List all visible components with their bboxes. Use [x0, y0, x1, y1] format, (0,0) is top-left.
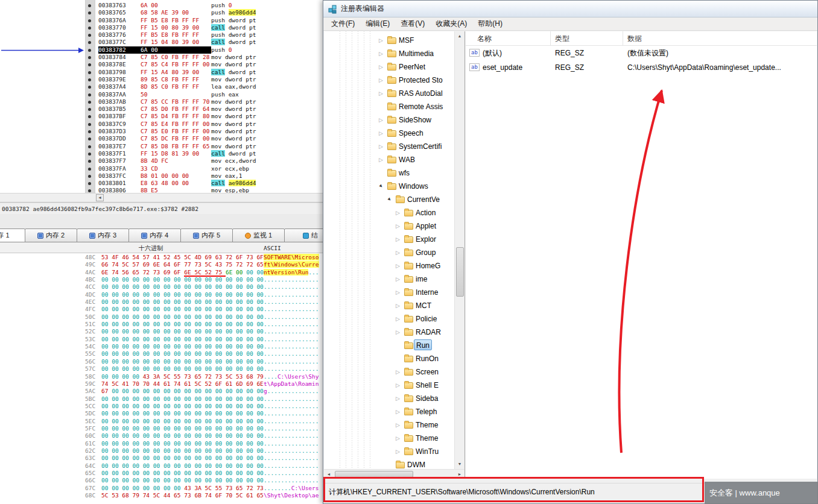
breakpoint-dot[interactable]: [88, 145, 91, 148]
expand-triangle-icon[interactable]: ▷: [379, 142, 383, 151]
scroll-left-button[interactable]: ◄: [96, 194, 104, 201]
disasm-hscrollbar[interactable]: ◄: [0, 193, 323, 202]
disasm-row[interactable]: 00383770FF 15 00 80 39 00call dword pt: [0, 24, 323, 31]
tree-horizontal-scrollbar[interactable]: ◄ ►: [324, 469, 464, 479]
expand-triangle-icon[interactable]: ▷: [379, 115, 383, 125]
dump-row[interactable]: 4FC00 00 00 00 00 00 00 00 00 00 00 00 0…: [0, 306, 323, 313]
tree-item-applet[interactable]: ▷Applet: [324, 219, 455, 233]
dump-row[interactable]: 64C00 00 00 00 00 00 00 00 00 00 00 00 0…: [0, 462, 323, 470]
breakpoint-dot[interactable]: [88, 63, 91, 66]
tree-item-runon[interactable]: RunOn: [324, 352, 455, 365]
tree-item-run[interactable]: Run: [324, 339, 455, 352]
menu-item[interactable]: 查看(V): [395, 17, 430, 30]
disasm-row[interactable]: 0038376AFF B5 E8 FB FF FFpush dword pt: [0, 17, 323, 24]
scroll-up-icon[interactable]: ▲: [455, 31, 464, 41]
expand-triangle-icon[interactable]: ▷: [396, 433, 400, 443]
scroll-right-icon[interactable]: ►: [455, 470, 464, 479]
expand-triangle-icon[interactable]: ▷: [396, 327, 400, 337]
dump-row[interactable]: 57C00 00 00 00 00 00 00 00 00 00 00 00 0…: [0, 365, 323, 373]
dump-row[interactable]: 5CC00 00 00 00 00 00 00 00 00 00 00 00 0…: [0, 403, 323, 410]
disasm-row[interactable]: 003837826A 00push 0: [0, 46, 323, 54]
expand-triangle-icon[interactable]: ▷: [379, 36, 383, 45]
dump-row[interactable]: 4DC00 00 00 00 00 00 00 00 00 00 00 00 0…: [0, 291, 323, 298]
expand-triangle-icon[interactable]: ▷: [396, 301, 400, 310]
dump-row[interactable]: 56C00 00 00 00 00 00 00 00 00 00 00 00 0…: [0, 358, 323, 365]
tree-item-ras-autodial[interactable]: ▷RAS AutoDial: [324, 87, 455, 100]
expand-triangle-icon[interactable]: ▷: [379, 128, 383, 138]
breakpoint-dot[interactable]: [88, 175, 91, 178]
tree-item-protected-sto[interactable]: ▷Protected Sto: [324, 74, 455, 87]
tree-item-currentve[interactable]: ▼CurrentVe: [324, 193, 455, 206]
expand-triangle-icon[interactable]: ▷: [396, 288, 400, 297]
breakpoint-dot[interactable]: [88, 115, 91, 118]
disasm-row[interactable]: 0038376568 58 AE 39 00push ae986dd4: [0, 9, 323, 16]
expand-triangle-icon[interactable]: ▷: [379, 89, 383, 98]
scroll-left-icon[interactable]: ◄: [324, 470, 334, 479]
dump-row[interactable]: 4BC00 00 00 00 00 00 00 00 00 00 00 00 0…: [0, 276, 323, 283]
collapse-triangle-icon[interactable]: ▼: [385, 195, 395, 205]
tree-item-ime[interactable]: ▷ime: [324, 272, 455, 286]
expand-triangle-icon[interactable]: ▷: [396, 447, 400, 456]
tree-item-windows[interactable]: ▼Windows: [324, 180, 455, 193]
dump-row[interactable]: 59C74 5C 41 70 70 44 61 74 61 5C 52 6F 6…: [0, 380, 323, 388]
breakpoint-dot[interactable]: [88, 160, 91, 163]
vertical-scroll-thumb[interactable]: [456, 247, 464, 297]
dump-row[interactable]: 5BC00 00 00 00 00 00 00 00 00 00 00 00 0…: [0, 395, 323, 403]
scroll-down-icon[interactable]: ▼: [455, 459, 464, 469]
tree-vertical-scrollbar[interactable]: ▲ ▼: [454, 31, 464, 469]
breakpoint-dot[interactable]: [88, 27, 91, 30]
tree-item-theme[interactable]: ▷Theme: [324, 418, 455, 432]
breakpoint-dot[interactable]: [88, 41, 91, 44]
dump-row[interactable]: 55C00 00 00 00 00 00 00 00 00 00 00 00 0…: [0, 350, 323, 358]
breakpoint-dot[interactable]: [88, 93, 91, 96]
tab-memory-4[interactable]: 内存 5: [180, 228, 233, 242]
disasm-row[interactable]: 0038378EC7 85 C4 FB FF FF 00mov dword pt…: [0, 61, 323, 68]
disassembly-view[interactable]: 003837636A 00push 00038376568 58 AE 39 0…: [0, 0, 323, 203]
horizontal-scroll-thumb[interactable]: [335, 471, 413, 477]
tree-item-speech[interactable]: ▷Speech: [324, 127, 455, 140]
breakpoint-dot[interactable]: [88, 168, 91, 171]
dump-row[interactable]: 51C00 00 00 00 00 00 00 00 00 00 00 00 0…: [0, 321, 323, 328]
dump-row[interactable]: 4CC00 00 00 00 00 00 00 00 00 00 00 00 0…: [0, 283, 323, 291]
expand-triangle-icon[interactable]: ▷: [396, 274, 400, 284]
tree-item-action[interactable]: ▷Action: [324, 206, 455, 219]
disasm-row[interactable]: 003837C9C7 85 E4 FB FF FF 00mov dword pt…: [0, 121, 323, 128]
dump-row[interactable]: 54C00 00 00 00 00 00 00 00 00 00 00 00 0…: [0, 343, 323, 350]
tree-item-peernet[interactable]: ▷PeerNet: [324, 60, 455, 74]
dump-row[interactable]: 4AC6E 74 56 65 72 73 69 6F 6E 5C 52 75 6…: [0, 269, 323, 276]
breakpoint-dot[interactable]: [88, 182, 91, 185]
breakpoint-dot[interactable]: [88, 71, 91, 74]
expand-triangle-icon[interactable]: ▷: [396, 407, 400, 417]
dump-row[interactable]: 58C00 00 00 00 43 3A 5C 55 73 65 72 73 5…: [0, 373, 323, 380]
dump-row[interactable]: 67C00 00 00 00 00 00 00 00 43 3A 5C 55 7…: [0, 485, 323, 492]
list-row[interactable]: ab(默认)REG_SZ(数值未设置): [466, 46, 817, 60]
breakpoint-dot[interactable]: [88, 130, 91, 133]
breakpoint-dot[interactable]: [88, 56, 91, 59]
breakpoint-dot[interactable]: [88, 108, 91, 111]
breakpoint-dot[interactable]: [88, 153, 91, 156]
breakpoint-dot[interactable]: [88, 78, 91, 81]
expand-triangle-icon[interactable]: ▷: [379, 75, 383, 85]
tree-item-dwm[interactable]: DWM: [324, 458, 455, 469]
title-bar[interactable]: 注册表编辑器: [323, 1, 817, 17]
disasm-row[interactable]: 003837FCB8 01 00 00 00mov eax,1: [0, 172, 323, 180]
disasm-row[interactable]: 003837F1FF 15 D8 81 39 00call dword pt: [0, 150, 323, 157]
menu-item[interactable]: 编辑(E): [360, 17, 395, 30]
disasm-row[interactable]: 003837FA33 CDxor ecx,ebp: [0, 165, 323, 172]
disasm-row[interactable]: 003837E7C7 85 D8 FB FF FF 65mov dword pt…: [0, 143, 323, 150]
registry-tree-pane[interactable]: ▷MSF▷Multimedia▷PeerNet▷Protected Sto▷RA…: [324, 31, 465, 479]
dump-row[interactable]: 4EC00 00 00 00 00 00 00 00 00 00 00 00 0…: [0, 298, 323, 306]
dump-row[interactable]: 5FC00 00 00 00 00 00 00 00 00 00 00 00 0…: [0, 425, 323, 432]
expand-triangle-icon[interactable]: ▷: [379, 62, 383, 72]
dump-row[interactable]: 61C00 00 00 00 00 00 00 00 00 00 00 00 0…: [0, 440, 323, 447]
tree-item-mct[interactable]: ▷MCT: [324, 299, 455, 312]
dump-row[interactable]: 60C00 00 00 00 00 00 00 00 00 00 00 00 0…: [0, 432, 323, 439]
expand-triangle-icon[interactable]: ▷: [396, 380, 400, 390]
disasm-row[interactable]: 003837F78B 4D FCmov ecx,dword: [0, 157, 323, 165]
breakpoint-dot[interactable]: [88, 34, 91, 37]
dump-row[interactable]: 50C00 00 00 00 00 00 00 00 00 00 00 00 0…: [0, 313, 323, 321]
breakpoint-dot[interactable]: [88, 4, 91, 7]
tab-memory-2[interactable]: 内存 3: [77, 228, 129, 242]
tree-item-wab[interactable]: ▷WAB: [324, 153, 455, 166]
tree-item-wfs[interactable]: wfs: [324, 166, 455, 180]
